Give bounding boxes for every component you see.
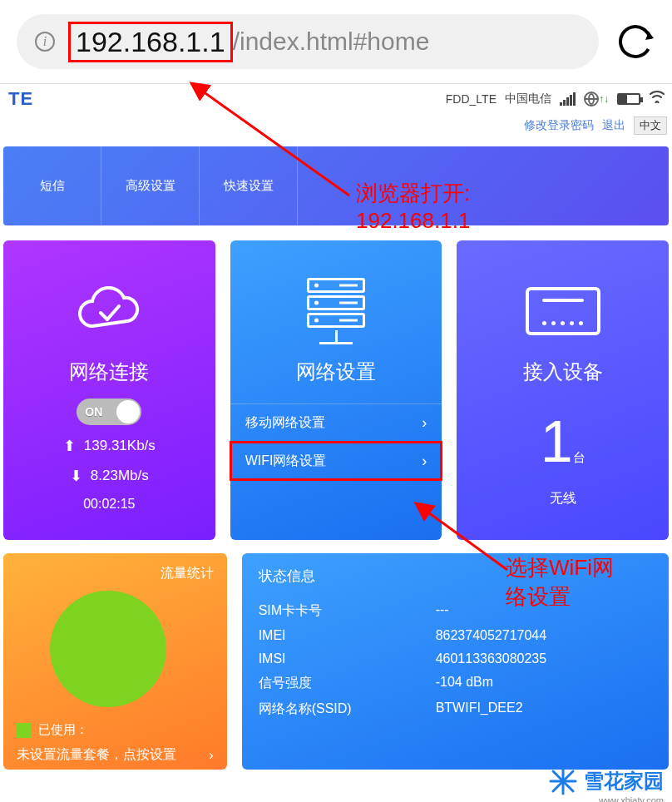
- device-count: 1: [541, 408, 573, 475]
- data-arrows-icon: ↑↓: [599, 93, 609, 105]
- watermark: 雪花家园 www.xhjaty.com: [549, 767, 664, 795]
- carrier-label: 中国电信: [505, 92, 551, 106]
- tab-spacer: [298, 146, 669, 225]
- status-bar: TE FDD_LTE 中国电信 ↑↓: [0, 83, 672, 113]
- traffic-pie-chart: [50, 591, 166, 707]
- network-mode: FDD_LTE: [446, 92, 497, 106]
- info-icon: i: [35, 32, 55, 52]
- status-row-sim: SIM卡卡号 ---: [259, 602, 652, 620]
- device-type-label: 无线: [550, 490, 576, 507]
- wifi-icon: [649, 90, 665, 107]
- logo: TE: [7, 88, 33, 110]
- reload-button[interactable]: [615, 22, 655, 62]
- download-speed-row: ⬇ 8.23Mb/s: [70, 467, 149, 485]
- chevron-right-icon: ›: [422, 453, 427, 470]
- tab-sms[interactable]: 短信: [3, 146, 101, 225]
- arrow-down-icon: ⬇: [70, 467, 82, 485]
- label: 网络名称(SSID): [259, 701, 436, 718]
- label: SIM卡卡号: [259, 602, 436, 620]
- link-label: 移动网络设置: [245, 414, 325, 432]
- signal-icon: [560, 92, 576, 106]
- traffic-setup-link[interactable]: 未设置流量套餐，点按设置 ›: [17, 746, 214, 764]
- status-row-ssid: 网络名称(SSID) BTWIFI_DEE2: [259, 701, 652, 718]
- connection-toggle[interactable]: ON: [77, 399, 141, 425]
- tab-advanced[interactable]: 高级设置: [101, 146, 200, 225]
- label: 信号强度: [259, 675, 436, 692]
- watermark-text: 雪花家园: [584, 768, 664, 795]
- card-title: 状态信息: [259, 567, 652, 586]
- value: -104 dBm: [436, 675, 652, 692]
- url-path: /index.html#home: [233, 27, 430, 56]
- arrow-up-icon: ⬆: [63, 437, 76, 455]
- card-network-settings: 网络设置 移动网络设置 › WIFI网络设置 ›: [230, 240, 442, 540]
- upload-speed: 139.31Kb/s: [84, 438, 156, 454]
- value: 862374052717044: [436, 628, 652, 643]
- download-speed: 8.23Mb/s: [91, 468, 149, 484]
- card-status-info: 状态信息 SIM卡卡号 --- IMEI 862374052717044 IMS…: [242, 553, 669, 770]
- status-row-imei: IMEI 862374052717044: [259, 628, 652, 643]
- device-unit: 台: [573, 450, 586, 466]
- card-title: 网络设置: [296, 359, 376, 385]
- label: IMSI: [259, 651, 436, 666]
- url-field[interactable]: i 192.168.1.1 /index.html#home: [17, 14, 599, 69]
- server-icon: [307, 274, 365, 349]
- link-label: WIFI网络设置: [245, 453, 327, 470]
- watermark-url: www.xhjaty.com: [599, 795, 664, 802]
- upload-speed-row: ⬆ 139.31Kb/s: [63, 437, 156, 455]
- url-ip-highlighted: 192.168.1.1: [68, 22, 233, 62]
- card-title: 流量统计: [17, 565, 214, 582]
- main-nav: 短信 高级设置 快速设置: [3, 146, 669, 225]
- card-title: 网络连接: [69, 359, 149, 385]
- value: 460113363080235: [436, 651, 652, 666]
- traffic-msg-label: 未设置流量套餐，点按设置: [17, 746, 176, 764]
- link-change-password[interactable]: 修改登录密码: [524, 118, 594, 133]
- card-connected-devices[interactable]: 接入设备 1 台 无线: [457, 240, 669, 540]
- legend-label: 已使用：: [38, 722, 88, 738]
- card-traffic-stats[interactable]: 流量统计 已使用： 未设置流量套餐，点按设置 ›: [3, 553, 227, 770]
- browser-address-bar: i 192.168.1.1 /index.html#home: [0, 0, 672, 83]
- chevron-right-icon: ›: [422, 414, 427, 432]
- link-wifi-network-settings[interactable]: WIFI网络设置 ›: [230, 442, 442, 480]
- value: BTWIFI_DEE2: [436, 701, 652, 718]
- status-row-imsi: IMSI 460113363080235: [259, 651, 652, 666]
- status-row-signal: 信号强度 -104 dBm: [259, 675, 652, 692]
- tab-quick[interactable]: 快速设置: [200, 146, 298, 225]
- language-toggle[interactable]: 中文: [634, 116, 667, 135]
- device-icon: [526, 274, 600, 349]
- connection-duration: 00:02:15: [83, 497, 135, 512]
- battery-icon: [617, 93, 640, 105]
- snowflake-icon: [549, 767, 577, 795]
- legend-used: 已使用：: [17, 722, 214, 738]
- card-network-connection[interactable]: 网络连接 ON ⬆ 139.31Kb/s ⬇ 8.23Mb/s 00:02:15: [3, 240, 215, 540]
- cards-row2: 流量统计 已使用： 未设置流量套餐，点按设置 › 状态信息 SIM卡卡号 ---…: [3, 553, 669, 770]
- cloud-check-icon: [72, 274, 146, 349]
- chevron-right-icon: ›: [209, 748, 213, 763]
- value: ---: [436, 602, 652, 620]
- secondary-bar: 修改登录密码 退出 中文: [0, 113, 672, 138]
- toggle-label: ON: [85, 405, 102, 418]
- card-title: 接入设备: [523, 359, 603, 385]
- link-mobile-network-settings[interactable]: 移动网络设置 ›: [230, 403, 442, 442]
- toggle-knob: [116, 400, 140, 423]
- cards-row: 网络连接 ON ⬆ 139.31Kb/s ⬇ 8.23Mb/s 00:02:15…: [3, 240, 669, 540]
- svg-point-0: [615, 22, 655, 62]
- legend-swatch: [17, 723, 32, 738]
- link-logout[interactable]: 退出: [602, 118, 625, 133]
- globe-icon: [584, 92, 599, 106]
- label: IMEI: [259, 628, 436, 643]
